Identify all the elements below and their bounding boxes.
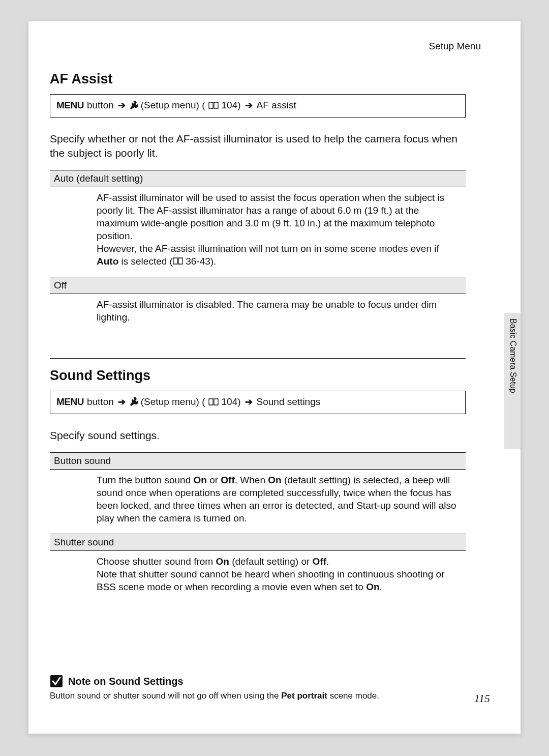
option-body-button-sound: Turn the button sound On or Off. When On… (50, 470, 466, 534)
page-ref: 36-43). (183, 256, 216, 267)
arrow-right-icon: ➔ (245, 396, 253, 408)
section-divider (50, 358, 466, 359)
text: . When (235, 475, 268, 485)
option-header-auto: Auto (default setting) (50, 170, 466, 187)
wrench-icon (130, 397, 138, 406)
section-title-af-assist: AF Assist (50, 71, 466, 87)
text-bold: On (268, 475, 281, 485)
arrow-right-icon: ➔ (118, 396, 126, 408)
text: Turn the button sound (97, 475, 193, 485)
text: Choose shutter sound from (97, 556, 216, 567)
page-number: 115 (474, 692, 490, 705)
manual-page: Setup Menu Basic Camera Setup AF Assist … (28, 21, 521, 734)
book-icon (208, 102, 219, 109)
text: . (380, 581, 382, 592)
option-header-off: Off (50, 277, 466, 294)
menu-button-label: MENU (56, 100, 84, 111)
text: (Setup menu) ( (141, 396, 205, 408)
book-icon (208, 398, 219, 405)
arrow-right-icon: ➔ (245, 100, 253, 111)
check-square-icon (50, 675, 63, 688)
breadcrumb-sound-settings: MENU button ➔ (Setup menu) ( 104) ➔ Soun… (50, 391, 466, 414)
note-title: Note on Sound Settings (68, 676, 184, 687)
text: button (87, 396, 114, 408)
page-ref: 104) (222, 396, 241, 408)
text: button (87, 100, 114, 111)
section-title-sound-settings: Sound Settings (50, 368, 466, 384)
section-intro: Specify sound settings. (50, 428, 466, 443)
note-block: Note on Sound Settings Button sound or s… (50, 675, 466, 701)
text: . (326, 556, 329, 567)
running-head: Setup Menu (429, 41, 481, 52)
text-bold: Off (313, 556, 326, 567)
option-body-off: AF-assist illuminator is disabled. The c… (50, 294, 466, 333)
option-body-shutter-sound: Choose shutter sound from On (default se… (50, 551, 466, 602)
side-tab-label: Basic Camera Setup (508, 318, 517, 393)
text: (Setup menu) ( (141, 100, 205, 111)
menu-button-label: MENU (56, 396, 84, 408)
arrow-right-icon: ➔ (118, 100, 126, 111)
text: is selected ( (118, 256, 173, 267)
page-ref: 104) (222, 100, 241, 111)
text-bold: Off (221, 475, 234, 485)
text: or (207, 475, 221, 485)
text: However, the AF-assist illumination will… (97, 243, 439, 254)
breadcrumb-leaf: AF assist (257, 100, 296, 111)
text-bold: Auto (97, 256, 118, 267)
text: AF-assist illuminator will be used to as… (97, 192, 444, 241)
note-title-row: Note on Sound Settings (50, 675, 466, 688)
page-content: AF Assist MENU button ➔ (Setup menu) ( 1… (50, 71, 466, 602)
wrench-icon (130, 101, 138, 110)
breadcrumb-leaf: Sound settings (257, 396, 321, 408)
text: Button sound or shutter sound will not g… (50, 691, 281, 701)
option-header-shutter-sound: Shutter sound (50, 534, 466, 551)
option-header-button-sound: Button sound (50, 452, 466, 470)
text: Note that shutter sound cannot be heard … (97, 569, 444, 592)
section-intro: Specify whether or not the AF-assist ill… (50, 132, 466, 161)
text-bold: On (216, 556, 229, 567)
text-bold: Pet portrait (281, 691, 327, 701)
note-body: Button sound or shutter sound will not g… (50, 691, 466, 701)
text: scene mode. (327, 691, 379, 701)
breadcrumb-af-assist: MENU button ➔ (Setup menu) ( 104) ➔ AF a… (50, 94, 466, 118)
book-icon (173, 257, 183, 265)
text-bold: On (366, 581, 379, 592)
option-body-auto: AF-assist illuminator will be used to as… (50, 187, 466, 277)
text: (default setting) or (229, 556, 313, 567)
text-bold: On (193, 475, 206, 485)
